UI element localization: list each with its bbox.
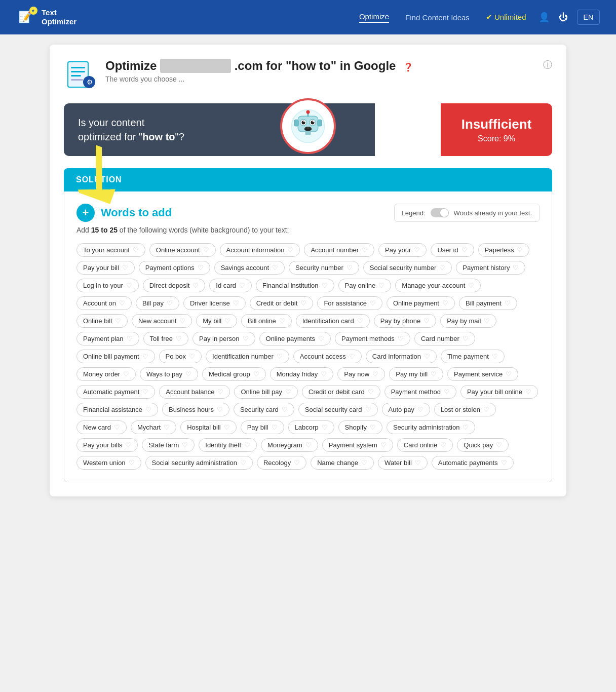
tag-favorite-icon[interactable]: ♡	[145, 406, 151, 413]
tag-favorite-icon[interactable]: ♡	[444, 388, 450, 396]
tag-favorite-icon[interactable]: ♡	[357, 317, 363, 325]
tag-favorite-icon[interactable]: ♡	[179, 317, 185, 325]
tag-item[interactable]: Pay by mail♡	[440, 314, 496, 328]
tag-favorite-icon[interactable]: ♡	[318, 335, 324, 342]
tag-favorite-icon[interactable]: ♡	[439, 264, 445, 272]
tag-favorite-icon[interactable]: ♡	[322, 424, 328, 431]
tag-favorite-icon[interactable]: ♡	[119, 299, 125, 307]
tag-item[interactable]: Pay your bill online♡	[460, 385, 538, 399]
tag-item[interactable]: Payment method♡	[384, 385, 456, 399]
tag-item[interactable]: Identification card♡	[296, 314, 370, 328]
info-button[interactable]: ⓘ	[543, 59, 552, 71]
tag-favorite-icon[interactable]: ♡	[463, 424, 469, 431]
tag-item[interactable]: Pay your♡	[378, 243, 427, 257]
tag-favorite-icon[interactable]: ♡	[378, 282, 384, 289]
tag-favorite-icon[interactable]: ♡	[233, 299, 239, 307]
tag-favorite-icon[interactable]: ♡	[287, 246, 293, 254]
tag-item[interactable]: Payment system♡	[322, 438, 393, 452]
tag-favorite-icon[interactable]: ♡	[365, 406, 371, 413]
tag-favorite-icon[interactable]: ♡	[115, 317, 121, 325]
tag-item[interactable]: Business hours♡	[162, 403, 229, 416]
tag-favorite-icon[interactable]: ♡	[423, 317, 430, 325]
tag-favorite-icon[interactable]: ♡	[285, 388, 291, 396]
tag-favorite-icon[interactable]: ♡	[294, 459, 300, 467]
tag-item[interactable]: Payment history♡	[456, 261, 525, 275]
tag-favorite-icon[interactable]: ♡	[125, 441, 131, 449]
tag-favorite-icon[interactable]: ♡	[349, 353, 355, 360]
tag-favorite-icon[interactable]: ♡	[217, 406, 223, 413]
tag-favorite-icon[interactable]: ♡	[122, 264, 128, 272]
tag-favorite-icon[interactable]: ♡	[185, 370, 191, 378]
tag-favorite-icon[interactable]: ♡	[361, 459, 367, 467]
tag-item[interactable]: Financial institution♡	[256, 279, 334, 292]
tag-item[interactable]: To your account♡	[76, 243, 145, 257]
tag-item[interactable]: Auto pay♡	[382, 403, 430, 416]
tag-favorite-icon[interactable]: ♡	[442, 299, 448, 307]
tag-favorite-icon[interactable]: ♡	[217, 388, 223, 396]
tag-item[interactable]: Paperless♡	[478, 243, 530, 257]
tag-item[interactable]: For assistance♡	[317, 296, 382, 310]
nav-find-content[interactable]: Find Content Ideas	[405, 13, 470, 22]
tag-favorite-icon[interactable]: ♡	[517, 246, 523, 254]
tag-item[interactable]: Hospital bill♡	[180, 420, 236, 434]
tag-item[interactable]: Security card♡	[234, 403, 294, 416]
tag-item[interactable]: Mychart♡	[131, 420, 176, 434]
tag-favorite-icon[interactable]: ♡	[415, 459, 421, 467]
tag-item[interactable]: Social security number♡	[363, 261, 452, 275]
tag-item[interactable]: Western union♡	[76, 456, 141, 470]
power-icon[interactable]: ⏻	[559, 12, 568, 23]
tag-item[interactable]: Pay online♡	[338, 279, 392, 292]
tag-item[interactable]: Manage your account♡	[395, 279, 481, 292]
tag-item[interactable]: Social security administration♡	[145, 456, 253, 470]
tag-favorite-icon[interactable]: ♡	[492, 353, 498, 360]
tag-item[interactable]: Identification number♡	[206, 350, 289, 363]
tag-favorite-icon[interactable]: ♡	[370, 299, 376, 307]
tag-item[interactable]: Payment options♡	[139, 261, 210, 275]
tag-item[interactable]: State farm♡	[142, 438, 195, 452]
tag-item[interactable]: Online bill payment♡	[76, 350, 155, 363]
tag-favorite-icon[interactable]: ♡	[440, 441, 446, 449]
tag-favorite-icon[interactable]: ♡	[192, 282, 199, 289]
language-selector[interactable]: EN	[577, 10, 600, 25]
tag-favorite-icon[interactable]: ♡	[239, 282, 245, 289]
tag-favorite-icon[interactable]: ♡	[126, 282, 132, 289]
tag-item[interactable]: Bill payment♡	[459, 296, 517, 310]
tag-item[interactable]: Credit or debit card♡	[302, 385, 380, 399]
tag-item[interactable]: Name change♡	[311, 456, 374, 470]
tag-favorite-icon[interactable]: ♡	[463, 335, 469, 342]
tag-favorite-icon[interactable]: ♡	[243, 335, 249, 342]
tag-item[interactable]: Account on♡	[76, 296, 132, 310]
tag-item[interactable]: Lost or stolen♡	[434, 403, 496, 416]
tag-item[interactable]: Payment methods♡	[335, 332, 410, 345]
tag-favorite-icon[interactable]: ♡	[244, 441, 250, 449]
tag-favorite-icon[interactable]: ♡	[417, 406, 423, 413]
tag-favorite-icon[interactable]: ♡	[431, 370, 437, 378]
tag-favorite-icon[interactable]: ♡	[380, 441, 387, 449]
tag-item[interactable]: Online bill♡	[76, 314, 128, 328]
tag-item[interactable]: Online account♡	[149, 243, 216, 257]
tag-favorite-icon[interactable]: ♡	[414, 246, 420, 254]
tag-favorite-icon[interactable]: ♡	[346, 264, 353, 272]
tag-favorite-icon[interactable]: ♡	[224, 424, 230, 431]
tag-favorite-icon[interactable]: ♡	[501, 459, 507, 467]
tag-item[interactable]: Toll free♡	[143, 332, 189, 345]
tag-favorite-icon[interactable]: ♡	[300, 299, 306, 307]
tag-item[interactable]: Pay in person♡	[192, 332, 255, 345]
tag-item[interactable]: Financial assistance♡	[76, 403, 158, 416]
tag-favorite-icon[interactable]: ♡	[513, 264, 519, 272]
tag-favorite-icon[interactable]: ♡	[525, 388, 531, 396]
tag-item[interactable]: Security administration♡	[387, 420, 476, 434]
tag-favorite-icon[interactable]: ♡	[272, 264, 278, 272]
tag-favorite-icon[interactable]: ♡	[203, 246, 209, 254]
tag-item[interactable]: Automatic payments♡	[432, 456, 514, 470]
tag-favorite-icon[interactable]: ♡	[362, 246, 368, 254]
tag-favorite-icon[interactable]: ♡	[322, 282, 328, 289]
tag-item[interactable]: Identity theft♡	[199, 438, 257, 452]
tag-favorite-icon[interactable]: ♡	[461, 246, 468, 254]
tag-item[interactable]: Moneygram♡	[261, 438, 318, 452]
add-words-button[interactable]: +	[76, 204, 95, 222]
tag-item[interactable]: Log in to your♡	[76, 279, 139, 292]
tag-favorite-icon[interactable]: ♡	[468, 282, 474, 289]
tag-favorite-icon[interactable]: ♡	[277, 353, 283, 360]
tag-favorite-icon[interactable]: ♡	[253, 370, 259, 378]
